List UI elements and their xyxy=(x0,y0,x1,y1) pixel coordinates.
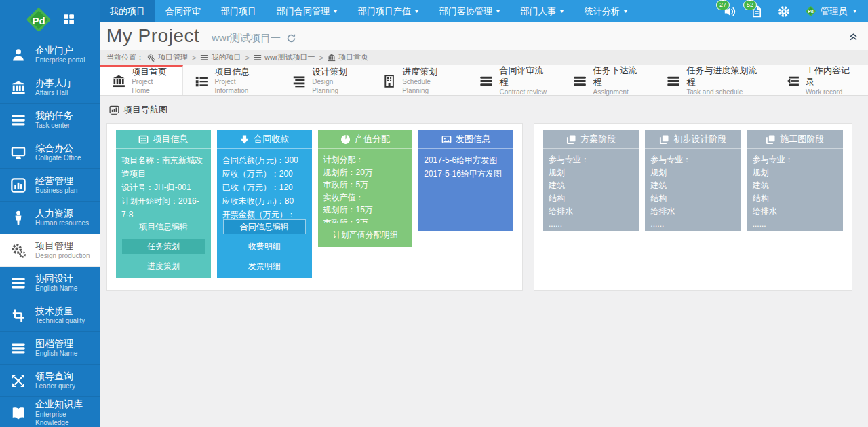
card-line: 参与专业： xyxy=(753,153,837,166)
project-nav-panel: 项目信息 项目名称：南京新城改造项目设计号：JH-归-001计划开始时间：201… xyxy=(106,123,523,291)
card-header: 产值分配 xyxy=(318,130,413,149)
topnav-item[interactable]: 部门客协管理 ▼ xyxy=(429,0,511,22)
nav-card: 施工图阶段 参与专业：规划建筑结构给排水...... xyxy=(747,130,843,231)
tab[interactable]: 项目首页 Project Home xyxy=(100,65,183,95)
card-button[interactable]: 进度策划 xyxy=(122,259,205,274)
breadcrumb-item-label: 我的项目 xyxy=(211,52,241,62)
card-line: 规划 xyxy=(549,166,633,179)
card-line: 结构 xyxy=(650,192,735,205)
page-header: My Project wwr测试项目一 xyxy=(100,22,868,50)
caret-down-icon: ▼ xyxy=(332,9,338,14)
card-line: 给排水 xyxy=(650,205,735,218)
breadcrumb-item-label: 项目首页 xyxy=(338,52,368,62)
card-line: 规划 xyxy=(650,166,735,179)
copy-icon xyxy=(766,134,776,145)
sidebar-item[interactable]: 经营管理 Business plan xyxy=(0,169,100,202)
sidebar-item[interactable]: 项目管理 Design production xyxy=(0,234,100,267)
card-button[interactable]: 项目信息编辑 xyxy=(122,219,205,234)
sidebar-item-label: 经营管理 xyxy=(35,175,77,187)
menu-lines-icon xyxy=(573,74,587,88)
topnav-item[interactable]: 统计分析 ▼ xyxy=(574,0,638,22)
menu-lines-icon xyxy=(10,276,26,291)
card-line: 参与专业： xyxy=(549,153,633,166)
nav-card: 发图信息 2017-5-6给甲方发图2017-5-16给甲方发图 xyxy=(418,130,513,231)
caret-down-icon: ▼ xyxy=(414,9,419,14)
sidebar-item[interactable]: 办事大厅 Affairs Hall xyxy=(0,71,100,104)
tab[interactable]: 合同评审流程 Contract review xyxy=(468,65,561,95)
content-area: 项目导航图 项目信息 项目名称：南京新城改造项目设计号：JH-归-001计划开始… xyxy=(100,96,868,427)
sidebar-item[interactable]: 协同设计 English Name xyxy=(0,267,100,299)
card-header: 合同收款 xyxy=(217,130,312,149)
gear-icon[interactable] xyxy=(778,5,790,18)
user-menu[interactable]: Pd 管理员 ▼ xyxy=(805,5,857,18)
chevrons-up-icon[interactable] xyxy=(848,31,859,41)
sidebar-logo-row: Pd xyxy=(0,0,100,39)
caret-down-icon: ▼ xyxy=(495,9,500,14)
sidebar-item[interactable]: 我的任务 Task center xyxy=(0,104,100,136)
topnav-item[interactable]: 部门项目产值 ▼ xyxy=(348,0,429,22)
tab[interactable]: 工作内容记录 Work record xyxy=(774,65,868,95)
sidebar-item[interactable]: 技术质量 Technical quality xyxy=(0,299,100,332)
card-button[interactable]: 收费明细 xyxy=(223,239,306,254)
topnav-item[interactable]: 合同评审 xyxy=(155,0,211,22)
card-button[interactable]: 计划产值分配明细 xyxy=(324,227,407,242)
card-line: 应收未收(万元)：80 xyxy=(222,194,307,208)
topnav-item[interactable]: 部门项目 xyxy=(211,0,267,22)
breadcrumb-item[interactable]: 项目首页 xyxy=(328,52,368,62)
card-button[interactable]: 任务策划 xyxy=(122,239,205,254)
menu-lines-icon xyxy=(667,74,680,88)
file-icon[interactable]: 52 xyxy=(751,5,763,18)
sidebar-item-sublabel: Design production xyxy=(35,252,90,261)
card-button[interactable]: 发票明细 xyxy=(223,259,306,274)
tab[interactable]: 进度策划 Schedule Planning xyxy=(371,65,468,95)
sidebar-item[interactable]: 企业门户 Enterprise portal xyxy=(0,39,100,71)
breadcrumb-item[interactable]: 我的项目 xyxy=(200,52,241,62)
card-body: 计划分配：规划所：20万市政所：5万实收产值：规划所：15万市政所：3万 xyxy=(318,149,413,223)
topnav-item[interactable]: 部门人事 ▼ xyxy=(511,0,574,22)
breadcrumb-item[interactable]: 项目管理 xyxy=(147,52,188,62)
card-line: 给排水 xyxy=(753,205,837,218)
card-title: 项目信息 xyxy=(153,133,188,145)
sidebar-item[interactable]: 综合办公 Colligate Office xyxy=(0,136,100,169)
sidebar-item[interactable]: 图档管理 English Name xyxy=(0,332,100,365)
tab[interactable]: 任务与进度策划流程 Task and schedule xyxy=(655,65,774,95)
card-header: 施工图阶段 xyxy=(747,130,843,149)
monitor-icon xyxy=(10,145,26,160)
topnav-item[interactable]: 部门合同管理 ▼ xyxy=(267,0,348,22)
breadcrumb-item-label: 项目管理 xyxy=(158,52,188,62)
breadcrumb-item-label: wwr测试项目一 xyxy=(264,52,315,62)
doc-lines-icon xyxy=(292,74,306,88)
grid-icon[interactable] xyxy=(63,14,75,25)
breadcrumb-separator: > xyxy=(319,54,323,62)
topnav-item-label: 部门客协管理 xyxy=(439,5,492,18)
refresh-icon[interactable] xyxy=(286,33,296,43)
sidebar-item-sublabel: Technical quality xyxy=(35,317,85,326)
speaker-icon[interactable]: 27 xyxy=(724,5,736,18)
card-line: 参与专业： xyxy=(650,153,735,166)
sidebar-item-label: 协同设计 xyxy=(35,273,77,285)
app-logo[interactable]: Pd xyxy=(25,6,52,33)
card-line: ...... xyxy=(650,218,735,231)
topnav-item[interactable]: 我的项目 xyxy=(100,0,155,22)
tab[interactable]: 设计策划 Design Planning xyxy=(281,65,371,95)
menu-lines-icon xyxy=(479,74,493,88)
sidebar-item-label: 企业门户 xyxy=(35,45,85,57)
tab[interactable]: 任务下达流程 Assignment xyxy=(561,65,655,95)
app-window: Pd 企业门户 Enterprise portal 办事大厅 Affairs H… xyxy=(0,0,868,427)
card-line: 结构 xyxy=(753,192,837,205)
menu-lines-icon xyxy=(254,54,262,62)
card-button[interactable]: 合同信息编辑 xyxy=(223,219,306,234)
card-line: 开票金额（万元）：200 xyxy=(222,208,307,219)
menu-lines-icon xyxy=(10,113,26,128)
sidebar-item-sublabel: Enterprise Knowledge xyxy=(35,411,100,427)
sidebar-item[interactable]: 领导查询 Leader query xyxy=(0,365,100,397)
tab[interactable]: 项目信息 Project Information xyxy=(183,65,281,95)
sidebar-item[interactable]: 企业知识库 Enterprise Knowledge xyxy=(0,397,100,427)
breadcrumb-items: 项目管理 > 我的项目 > wwr测试项目一 > 项目首页 xyxy=(147,52,368,62)
topnav-item-label: 部门人事 xyxy=(521,5,556,18)
sidebar-item[interactable]: 人力资源 Human resources xyxy=(0,202,100,234)
breadcrumb-item[interactable]: wwr测试项目一 xyxy=(254,52,315,62)
card-line: 规划所：15万 xyxy=(323,204,408,217)
tab-label: 工作内容记录 xyxy=(806,65,856,88)
topnav-item-label: 合同评审 xyxy=(165,5,201,18)
